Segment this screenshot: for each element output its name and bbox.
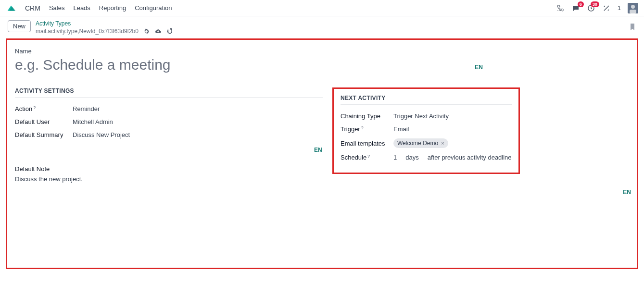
nav-left: CRM Sales Leads Reporting Configuration (6, 4, 172, 12)
email-templates-row: Email templates Welcome Demo × (341, 136, 512, 151)
default-summary-value[interactable]: Discuss New Project (73, 131, 130, 138)
schedule-after: after previous activity deadline (428, 154, 512, 161)
default-user-row: Default User Mitchell Admin (15, 115, 323, 128)
lang-badge-summary[interactable]: EN (314, 147, 322, 153)
breadcrumb-column: Activity Types mail.activity.type,NewId_… (36, 20, 173, 35)
nav-configuration[interactable]: Configuration (135, 4, 172, 12)
columns: ACTIVITY SETTINGS Action? Reminder Defau… (15, 87, 629, 183)
action-label: Action? (15, 105, 73, 112)
new-button[interactable]: New (8, 20, 31, 32)
schedule-count[interactable]: 1 (393, 154, 397, 161)
nav-count: 1 (618, 4, 621, 12)
lang-badge-name[interactable]: EN (475, 64, 483, 71)
svg-point-5 (631, 5, 635, 9)
breadcrumb[interactable]: Activity Types (36, 20, 173, 27)
gear-icon[interactable] (143, 28, 150, 35)
default-user-value[interactable]: Mitchell Admin (73, 118, 113, 125)
default-summary-label: Default Summary (15, 131, 73, 138)
default-summary-row: Default Summary Discuss New Project (15, 128, 323, 141)
trigger-label: Trigger? (341, 125, 393, 133)
nav-leads[interactable]: Leads (73, 4, 90, 12)
help-icon[interactable]: ? (367, 154, 370, 159)
nav-right: 6 30 1 (556, 3, 638, 13)
default-user-label: Default User (15, 118, 73, 125)
default-note-label: Default Note (15, 165, 323, 173)
schedule-value: 1 days after previous activity deadline (393, 154, 512, 161)
help-icon[interactable]: ? (33, 105, 36, 110)
bookmark-icon[interactable] (630, 23, 636, 32)
chaining-type-value[interactable]: Trigger Next Activity (393, 112, 449, 120)
form-area: Name EN ACTIVITY SETTINGS Action? Remind… (6, 38, 638, 269)
default-note-value[interactable]: Discuss the new project. (15, 175, 323, 183)
tools-icon[interactable] (602, 4, 611, 12)
schedule-unit[interactable]: days (405, 154, 418, 161)
schedule-row: Schedule? 1 days after previous activity… (341, 151, 512, 164)
chip-remove-icon[interactable]: × (441, 140, 444, 146)
clock-icon[interactable]: 30 (587, 4, 595, 12)
email-templates-label: Email templates (341, 140, 393, 147)
app-name[interactable]: CRM (25, 4, 40, 12)
svg-point-1 (559, 10, 560, 11)
chip-label: Welcome Demo (397, 140, 438, 147)
activity-settings-title: ACTIVITY SETTINGS (15, 87, 323, 98)
name-input[interactable] (15, 57, 445, 73)
schedule-label: Schedule? (341, 154, 393, 161)
svg-point-2 (560, 10, 561, 11)
chaining-type-row: Chaining Type Trigger Next Activity (341, 110, 512, 123)
chaining-type-label: Chaining Type (341, 112, 393, 120)
discard-icon[interactable] (166, 28, 173, 35)
clock-badge: 30 (591, 1, 599, 7)
action-row: Action? Reminder (15, 102, 323, 115)
trigger-value[interactable]: Email (393, 125, 409, 133)
nav-reporting[interactable]: Reporting (99, 4, 126, 12)
navbar: CRM Sales Leads Reporting Configuration … (0, 0, 644, 16)
cloud-save-icon[interactable] (155, 28, 162, 35)
activity-settings-column: ACTIVITY SETTINGS Action? Reminder Defau… (15, 87, 323, 183)
lang-badge-note[interactable]: EN (623, 189, 631, 196)
email-template-chip[interactable]: Welcome Demo × (393, 138, 448, 148)
avatar[interactable] (628, 3, 638, 13)
record-row: mail.activity.type,NewId_0x7f3f63d9f2b0 (36, 28, 173, 35)
default-note-block: Default Note Discuss the new project. (15, 165, 323, 183)
app-logo-icon[interactable] (6, 4, 16, 12)
name-row (15, 57, 629, 73)
subheader-left: New Activity Types mail.activity.type,Ne… (8, 20, 173, 35)
svg-rect-6 (630, 10, 636, 13)
record-id: mail.activity.type,NewId_0x7f3f63d9f2b0 (36, 28, 139, 35)
next-activity-box: NEXT ACTIVITY Chaining Type Trigger Next… (332, 87, 520, 174)
name-label: Name (15, 48, 629, 55)
action-value[interactable]: Reminder (73, 105, 100, 112)
phone-icon[interactable] (556, 4, 565, 12)
subheader: New Activity Types mail.activity.type,Ne… (0, 16, 644, 38)
chat-badge: 6 (578, 1, 584, 7)
next-activity-title: NEXT ACTIVITY (341, 95, 512, 105)
next-activity-column: NEXT ACTIVITY Chaining Type Trigger Next… (332, 87, 629, 183)
help-icon[interactable]: ? (361, 125, 364, 130)
trigger-row: Trigger? Email (341, 123, 512, 136)
chat-icon[interactable]: 6 (571, 4, 580, 12)
email-templates-value[interactable]: Welcome Demo × (393, 138, 448, 148)
nav-sales[interactable]: Sales (49, 4, 65, 12)
svg-point-0 (557, 10, 558, 11)
